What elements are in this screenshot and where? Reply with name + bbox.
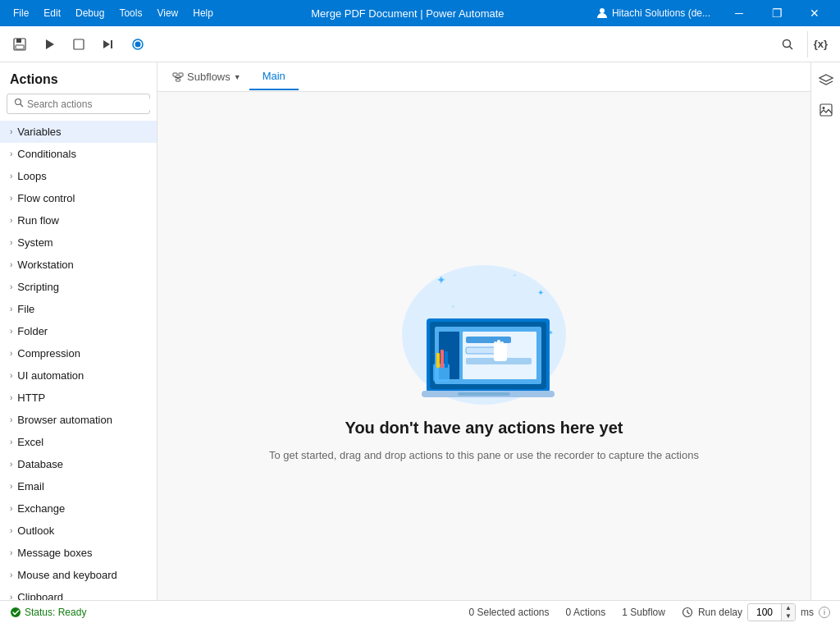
delay-spinners: ▲ ▼ [781, 604, 795, 621]
svg-marker-4 [46, 39, 54, 49]
action-label: Variables [17, 126, 61, 138]
search-input[interactable] [27, 98, 150, 110]
tabs-bar: Subflows ▼ Main [158, 62, 810, 92]
action-label: Scripting [17, 281, 59, 293]
delay-up-button[interactable]: ▲ [782, 604, 795, 612]
action-item-flow-control[interactable]: ›Flow control [0, 187, 157, 209]
svg-rect-14 [173, 73, 177, 76]
status-indicator: Status: Ready [10, 607, 86, 618]
action-item-mouse-keyboard[interactable]: ›Mouse and keyboard [0, 564, 157, 586]
svg-point-0 [600, 8, 605, 13]
maximize-button[interactable]: ❐ [758, 0, 796, 26]
titlebar-menu: File Edit Debug Tools View Help [7, 4, 220, 22]
action-item-http[interactable]: ›HTTP [0, 387, 157, 409]
chevron-icon: › [10, 548, 12, 557]
action-item-ui-automation[interactable]: ›UI automation [0, 364, 157, 387]
user-info[interactable]: Hitachi Solutions (de... [596, 7, 710, 20]
svg-rect-16 [176, 79, 180, 81]
chevron-icon: › [10, 127, 12, 136]
svg-line-13 [21, 104, 24, 108]
save-button[interactable] [7, 31, 33, 57]
user-icon [596, 7, 609, 20]
action-label: UI automation [17, 369, 84, 382]
action-item-loops[interactable]: ›Loops [0, 165, 157, 187]
action-label: System [17, 236, 52, 249]
action-item-excel[interactable]: ›Excel [0, 431, 157, 453]
layers-button[interactable] [815, 69, 838, 92]
titlebar: File Edit Debug Tools View Help Merge PD… [0, 0, 840, 26]
delay-input-wrap[interactable]: ▲ ▼ [747, 603, 796, 621]
svg-rect-3 [16, 45, 24, 49]
svg-point-9 [135, 41, 141, 47]
action-label: Loops [17, 170, 46, 182]
action-item-run-flow[interactable]: ›Run flow [0, 209, 157, 231]
minimize-button[interactable]: ─ [720, 0, 758, 26]
action-item-clipboard[interactable]: ›Clipboard [0, 586, 157, 600]
toolbar-search-button[interactable] [774, 31, 801, 57]
play-button[interactable] [36, 31, 62, 57]
empty-state: ✦ ✦ ✦ ✦ + + [158, 92, 810, 600]
image-button[interactable] [815, 98, 838, 121]
action-item-scripting[interactable]: ›Scripting [0, 276, 157, 298]
action-item-email[interactable]: ›Email [0, 475, 157, 497]
svg-rect-42 [436, 353, 440, 368]
statusbar: Status: Ready 0 Selected actions 0 Actio… [0, 600, 840, 623]
action-item-message-boxes[interactable]: ›Message boxes [0, 542, 157, 564]
stop-button[interactable] [66, 31, 92, 57]
action-item-file[interactable]: ›File [0, 298, 157, 320]
action-label: Outlook [17, 525, 54, 537]
chevron-icon: › [10, 238, 12, 247]
status-text: Status: Ready [25, 607, 86, 618]
delay-unit: ms [801, 607, 814, 618]
action-label: Browser automation [17, 414, 112, 426]
user-name: Hitachi Solutions (de... [612, 7, 710, 19]
action-item-workstation[interactable]: ›Workstation [0, 254, 157, 276]
chevron-icon: › [10, 593, 12, 600]
action-item-conditionals[interactable]: ›Conditionals [0, 143, 157, 165]
svg-rect-2 [16, 39, 21, 43]
variables-button[interactable]: {x} [807, 31, 833, 57]
delay-value-input[interactable] [748, 605, 781, 620]
action-label: HTTP [17, 392, 45, 404]
action-item-exchange[interactable]: ›Exchange [0, 497, 157, 520]
next-step-button[interactable] [95, 31, 121, 57]
svg-point-50 [11, 607, 21, 617]
chevron-icon: › [10, 371, 12, 380]
close-button[interactable]: ✕ [796, 0, 833, 26]
delay-down-button[interactable]: ▼ [782, 612, 795, 621]
action-item-outlook[interactable]: ›Outlook [0, 520, 157, 542]
svg-marker-6 [103, 40, 110, 48]
subflows-button[interactable]: Subflows ▼ [164, 66, 249, 88]
svg-text:✦: ✦ [436, 273, 446, 286]
next-step-icon [102, 38, 115, 51]
action-item-browser-automation[interactable]: ›Browser automation [0, 409, 157, 431]
tab-main[interactable]: Main [249, 63, 299, 90]
action-item-system[interactable]: ›System [0, 231, 157, 254]
menu-edit[interactable]: Edit [37, 4, 67, 22]
content-area: Actions ›Variables›Conditionals›Loops›Fl… [0, 62, 840, 600]
menu-debug[interactable]: Debug [69, 4, 111, 22]
svg-rect-48 [820, 104, 832, 116]
svg-rect-44 [445, 351, 448, 368]
svg-text:+: + [451, 303, 455, 310]
delay-info-icon[interactable]: i [819, 607, 830, 618]
action-item-compression[interactable]: ›Compression [0, 342, 157, 364]
empty-illustration: ✦ ✦ ✦ ✦ + + [386, 228, 582, 409]
titlebar-right: Hitachi Solutions (de... ─ ❐ ✕ [596, 0, 833, 26]
action-item-folder[interactable]: ›Folder [0, 320, 157, 342]
record-button[interactable] [125, 31, 151, 57]
action-label: Exchange [17, 502, 65, 515]
svg-rect-46 [458, 392, 510, 396]
svg-line-11 [790, 46, 793, 49]
action-item-variables[interactable]: ›Variables [0, 121, 157, 143]
svg-point-12 [16, 99, 21, 105]
svg-rect-43 [441, 350, 444, 368]
menu-tools[interactable]: Tools [112, 4, 148, 22]
menu-view[interactable]: View [150, 4, 185, 22]
action-item-database[interactable]: ›Database [0, 453, 157, 475]
svg-line-53 [687, 612, 690, 614]
menu-help[interactable]: Help [186, 4, 220, 22]
actions-search-box[interactable] [7, 94, 150, 114]
chevron-icon: › [10, 149, 12, 158]
menu-file[interactable]: File [7, 4, 35, 22]
